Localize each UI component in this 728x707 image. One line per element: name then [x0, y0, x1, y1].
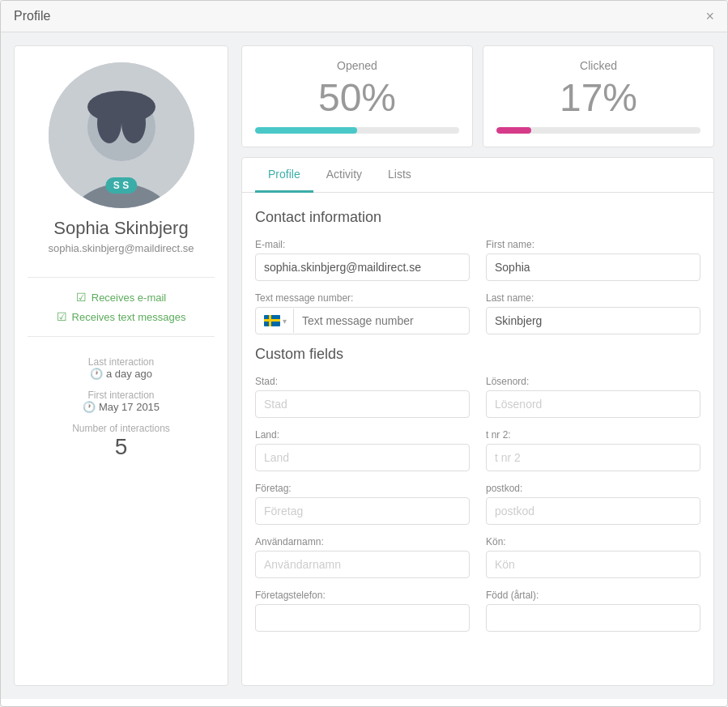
- stad-group: Stad:: [255, 376, 470, 418]
- tnr2-group: t nr 2:: [486, 429, 700, 471]
- email-firstname-row: E-mail: First name:: [255, 239, 700, 281]
- stats-row: Opened 50% Clicked 17%: [241, 45, 714, 147]
- interactions-number: 5: [28, 434, 215, 460]
- fodd-label: Född (årtal):: [486, 590, 700, 601]
- email-group: E-mail:: [255, 239, 470, 281]
- last-interaction-label: Last interaction: [28, 356, 215, 368]
- modal-container: Profile × S S Sophia: [0, 0, 728, 707]
- receives-email-status: ☑ Receives e-mail: [76, 291, 166, 304]
- land-label: Land:: [255, 429, 470, 441]
- user-name: Sophia Skinbjerg: [53, 218, 188, 239]
- phone-input-wrap: ▾: [255, 307, 470, 334]
- opened-card: Opened 50%: [241, 45, 473, 147]
- foretagstelefon-fodd-row: Företagstelefon: Född (årtal):: [255, 590, 700, 632]
- clock2-icon: 🕐: [83, 401, 96, 413]
- foretagstelefon-input[interactable]: [255, 604, 470, 632]
- interactions-label: Number of interactions: [28, 423, 215, 434]
- postkod-label: postkod:: [486, 483, 700, 494]
- avatar: S S: [49, 62, 194, 208]
- receives-sms-label: Receives text messages: [72, 311, 186, 323]
- contact-section-title: Contact information: [255, 209, 700, 226]
- tnr2-input[interactable]: [486, 444, 700, 471]
- svg-point-4: [97, 103, 121, 143]
- sidebar: S S Sophia Skinbjerg sophia.skinbjerg@ma…: [14, 45, 228, 686]
- tabs-body: Contact information E-mail: First name:: [242, 193, 713, 659]
- clicked-value: 17%: [496, 79, 700, 117]
- tabs-header: Profile Activity Lists: [242, 158, 713, 193]
- tab-activity[interactable]: Activity: [313, 158, 375, 193]
- kon-label: Kön:: [486, 536, 700, 547]
- land-tnr2-row: Land: t nr 2:: [255, 429, 700, 471]
- foretagstelefon-group: Företagstelefon:: [255, 590, 470, 632]
- lastname-label: Last name:: [486, 292, 700, 304]
- fodd-input[interactable]: [486, 604, 700, 632]
- postkod-group: postkod:: [486, 483, 700, 525]
- phone-group: Text message number: ▾: [255, 292, 470, 334]
- divider-2: [28, 336, 215, 337]
- kon-group: Kön:: [486, 536, 700, 578]
- tab-lists[interactable]: Lists: [375, 158, 424, 193]
- custom-fields-section: Custom fields Stad: Lösenord:: [255, 346, 700, 632]
- user-email: sophia.skinbjerg@maildirect.se: [48, 242, 194, 254]
- opened-value: 50%: [255, 79, 459, 117]
- phone-input[interactable]: [294, 308, 469, 334]
- anvandarnamn-group: Användarnamn:: [255, 536, 470, 578]
- fodd-group: Född (årtal):: [486, 590, 700, 632]
- anvandarnamn-label: Användarnamn:: [255, 536, 470, 547]
- foretag-input[interactable]: [255, 497, 470, 525]
- anvandarnamn-input[interactable]: [255, 551, 470, 578]
- tnr2-label: t nr 2:: [486, 429, 700, 441]
- clicked-label: Clicked: [496, 59, 700, 72]
- modal-header: Profile ×: [1, 1, 727, 32]
- first-interaction: First interaction 🕐 May 17 2015: [28, 390, 215, 413]
- firstname-group: First name:: [486, 239, 700, 281]
- phone-label: Text message number:: [255, 292, 470, 304]
- foretag-group: Företag:: [255, 483, 470, 525]
- phone-flag-button[interactable]: ▾: [256, 309, 294, 333]
- clicked-card: Clicked 17%: [483, 45, 714, 147]
- email-input[interactable]: [255, 253, 470, 281]
- check-circle-sms-icon: ☑: [57, 310, 67, 323]
- custom-fields-title: Custom fields: [255, 346, 700, 363]
- sweden-flag-icon: [264, 315, 280, 326]
- dropdown-arrow-icon: ▾: [283, 317, 287, 326]
- land-group: Land:: [255, 429, 470, 471]
- tab-profile[interactable]: Profile: [255, 158, 313, 193]
- foretag-label: Företag:: [255, 483, 470, 494]
- kon-input[interactable]: [486, 551, 700, 578]
- land-input[interactable]: [255, 444, 470, 471]
- receives-email-label: Receives e-mail: [92, 292, 166, 304]
- stad-losenord-row: Stad: Lösenord:: [255, 376, 700, 418]
- avatar-badge: S S: [105, 177, 137, 194]
- stad-input[interactable]: [255, 390, 470, 418]
- close-button[interactable]: ×: [705, 9, 714, 23]
- postkod-input[interactable]: [486, 497, 700, 525]
- opened-progress-bar: [255, 127, 459, 134]
- last-interaction: Last interaction 🕐 a day ago: [28, 356, 215, 380]
- clicked-progress-fill: [496, 127, 531, 134]
- modal-title: Profile: [14, 9, 50, 23]
- modal-body: S S Sophia Skinbjerg sophia.skinbjerg@ma…: [1, 32, 727, 699]
- main-content: Opened 50% Clicked 17% Profile: [241, 45, 714, 686]
- foretag-postkod-row: Företag: postkod:: [255, 483, 700, 525]
- anvandarnamn-kon-row: Användarnamn: Kön:: [255, 536, 700, 578]
- lastname-group: Last name:: [486, 292, 700, 334]
- email-label: E-mail:: [255, 239, 470, 250]
- firstname-input[interactable]: [486, 253, 700, 281]
- phone-lastname-row: Text message number: ▾: [255, 292, 700, 334]
- stad-label: Stad:: [255, 376, 470, 387]
- firstname-label: First name:: [486, 239, 700, 250]
- divider-1: [28, 277, 215, 278]
- opened-label: Opened: [255, 59, 459, 72]
- losenord-input[interactable]: [486, 390, 700, 418]
- interactions-count: Number of interactions 5: [28, 423, 215, 460]
- receives-sms-status: ☑ Receives text messages: [57, 310, 186, 323]
- first-interaction-value: 🕐 May 17 2015: [28, 401, 215, 413]
- svg-point-5: [121, 103, 146, 143]
- stat-section: Last interaction 🕐 a day ago First inter…: [28, 347, 215, 470]
- first-interaction-label: First interaction: [28, 390, 215, 401]
- tabs-area: Profile Activity Lists Contact informati…: [241, 157, 714, 686]
- check-circle-icon: ☑: [76, 291, 87, 304]
- opened-progress-fill: [255, 127, 357, 134]
- lastname-input[interactable]: [486, 307, 700, 334]
